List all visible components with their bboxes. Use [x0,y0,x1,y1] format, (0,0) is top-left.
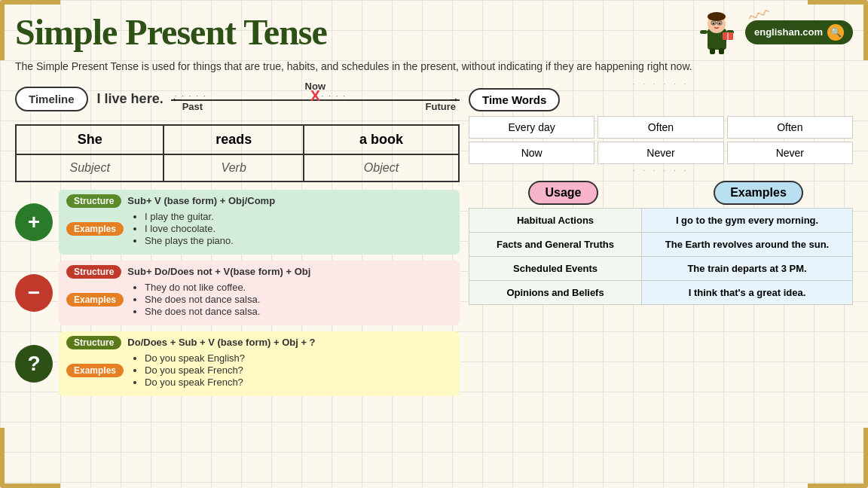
usage-cell: Habitual Actions [469,208,642,232]
timeline-label: Timeline [15,87,88,111]
example-item: Do you speak French? [145,364,245,376]
time-word-cell: Never [598,142,723,164]
svg-rect-9 [719,48,724,54]
example-cell: I go to the gym every morning. [642,208,853,232]
example-cell: The train departs at 3 PM. [642,256,853,280]
example-item: I play the guitar. [145,211,234,222]
examples-list: Do you speak English?Do you speak French… [145,352,245,389]
table-row: Facts and General TruthsThe Earth revolv… [469,232,853,256]
structure-content: StructureSub+ V (base form) + Obj/CompEx… [59,190,460,255]
structure-tag: Structure [66,194,121,208]
svg-point-4 [718,23,720,25]
svg-point-2 [708,12,726,21]
example-cell: The Earth revolves around the sun. [642,232,853,256]
page-title: Simple Present Tense [15,11,327,53]
character-illustration [696,8,738,56]
usage-cell: Opinions and Beliefs [469,280,642,304]
example-item: Do you speak French? [145,377,245,388]
structure-formula: Sub+ Do/Does not + V(base form) + Obj [127,266,310,277]
examples-list: They do not like coffee.She does not dan… [145,282,260,318]
subject-label: Subject [16,154,164,181]
structure-block: −StructureSub+ Do/Does not + V(base form… [15,261,460,325]
time-word-cell: Often [598,116,723,139]
right-panel: · · · · · · Time Words Every dayOftenOft… [469,81,853,396]
structure-tag: Structure [66,265,121,279]
usage-examples-header: Usage Examples [469,181,853,205]
example-item: Do you speak English? [145,352,245,364]
example-cell: I think that's a great idea. [642,280,853,304]
main-content: Timeline I live here. · · · · · · · · · … [15,81,853,396]
structure-formula: Sub+ V (base form) + Obj/Comp [127,195,275,206]
corner-decoration-tr [808,0,868,60]
object-label: Object [304,154,459,181]
dots-below-timewords: · · · · · · [469,167,853,175]
structure-sections: +StructureSub+ V (base form) + Obj/CompE… [15,190,460,396]
svg-rect-8 [710,48,715,54]
example-item: They do not like coffee. [145,282,260,293]
timeline-arrow: · · · · · · · · · · ← → Past Future Now … [171,81,460,118]
sentence-row: She reads a book [16,125,459,154]
timeline-sentence: I live here. [97,91,164,107]
usage-label: Usage [528,181,598,205]
usage-examples-table: Habitual ActionsI go to the gym every mo… [469,208,853,305]
dots-above-timewords: · · · · · · [469,81,853,88]
examples-tag: Examples [66,364,124,377]
header: Simple Present Tense [15,8,853,56]
example-item: I love chocolate. [145,223,234,234]
time-word-cell: Now [469,142,594,164]
usage-cell: Scheduled Events [469,256,642,280]
subject-word: She [16,125,164,154]
sentence-table: She reads a book Subject Verb Object [15,124,460,182]
svg-point-3 [712,23,714,25]
time-words-label: Time Words [469,88,560,111]
time-word-cell: Every day [469,116,594,139]
timeline-x-marker: X [310,87,320,104]
object-word: a book [304,125,459,154]
usage-cell: Facts and General Truths [469,232,642,256]
structure-tag: Structure [66,336,121,349]
structure-content: StructureSub+ Do/Does not + V(base form)… [59,261,460,325]
subtitle: The Simple Present Tense is used for thi… [15,59,853,75]
structure-icon: + [15,203,53,241]
verb-word: reads [164,125,303,154]
time-words-grid: Every dayOftenOftenNowNeverNever [469,116,853,164]
corner-decoration-tl [0,0,60,60]
timeline-future-label: Future [426,101,456,112]
timeline-past-label: Past [182,101,203,112]
corner-decoration-bl [0,428,60,488]
time-word-cell: Never [727,142,853,164]
structure-block: +StructureSub+ V (base form) + Obj/CompE… [15,190,460,255]
corner-decoration-br [808,428,868,488]
table-row: Habitual ActionsI go to the gym every mo… [469,208,853,232]
examples-tag: Examples [66,222,124,236]
verb-label: Verb [164,154,303,181]
example-item: She does not dance salsa. [145,294,260,305]
structure-icon: − [15,274,53,312]
example-item: She plays the piano. [145,235,234,246]
table-row: Opinions and BeliefsI think that's a gre… [469,280,853,304]
examples-tag: Examples [66,293,124,307]
table-row: Scheduled EventsThe train departs at 3 P… [469,256,853,280]
left-panel: Timeline I live here. · · · · · · · · · … [15,81,460,396]
example-item: She does not dance salsa. [145,306,260,317]
label-row: Subject Verb Object [16,154,459,181]
examples-label: Examples [714,181,803,205]
timeline-section: Timeline I live here. · · · · · · · · · … [15,81,460,118]
left-arrow-icon: ← [171,93,183,106]
structure-block: ?StructureDo/Does + Sub + V (base form) … [15,331,460,396]
time-word-cell: Often [727,116,853,139]
structure-content: StructureDo/Does + Sub + V (base form) +… [59,331,460,396]
svg-rect-10 [700,30,708,34]
structure-icon: ? [15,345,53,383]
examples-list: I play the guitar.I love chocolate.She p… [145,211,234,247]
time-words-section: · · · · · · Time Words Every dayOftenOft… [469,81,853,175]
structure-formula: Do/Does + Sub + V (base form) + Obj + ? [127,337,315,348]
